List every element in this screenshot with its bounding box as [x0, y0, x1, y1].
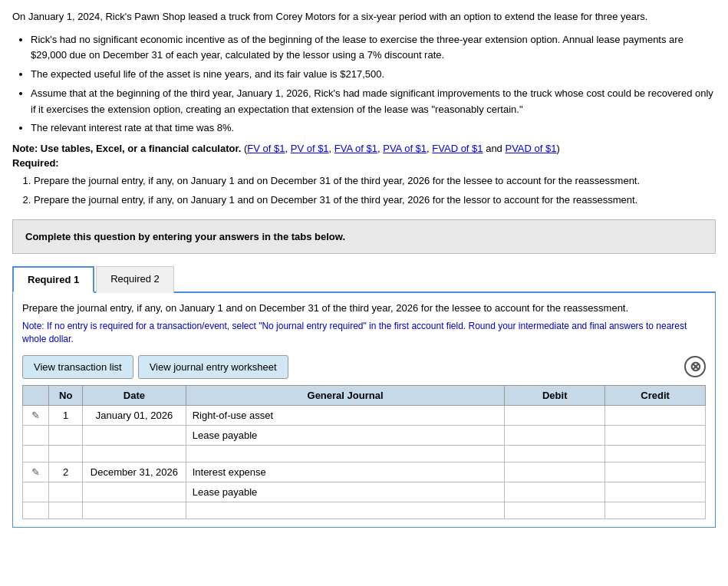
row-desc-1b: Lease payable	[186, 425, 505, 445]
link-fv[interactable]: FV of $1	[247, 143, 285, 154]
note-line: Note: Use tables, Excel, or a financial …	[12, 143, 716, 154]
link-pva[interactable]: PVA of $1	[383, 143, 427, 154]
th-general-journal: General Journal	[186, 385, 505, 405]
required-label: Required:	[12, 157, 716, 169]
tabs-wrapper: Required 1 Required 2 Prepare the journa…	[12, 265, 716, 528]
link-pvad[interactable]: PVAD of $1	[505, 143, 556, 154]
row-date-2b	[83, 482, 186, 502]
row-credit-2b[interactable]	[605, 482, 706, 502]
table-row: ✎ 2 December 31, 2026 Interest expense	[23, 462, 706, 482]
th-no: No	[49, 385, 83, 405]
link-fvad[interactable]: FVAD of $1	[432, 143, 483, 154]
tab-required-2[interactable]: Required 2	[96, 266, 174, 293]
credit-input-1a[interactable]	[621, 410, 690, 421]
link-fva[interactable]: FVA of $1	[334, 143, 377, 154]
row-desc-2a: Interest expense	[186, 462, 505, 482]
row-debit-2a[interactable]	[505, 462, 605, 482]
row-no-2: 2	[49, 462, 83, 482]
intro-paragraph: On January 1, 2024, Rick's Pawn Shop lea…	[12, 9, 716, 25]
row-desc-2b: Lease payable	[186, 482, 505, 502]
spacer-row-2	[23, 502, 706, 519]
row-no-2b	[49, 482, 83, 502]
numbered-item-2: Prepare the journal entry, if any, on Ja…	[34, 193, 716, 209]
close-button[interactable]: ⊗	[684, 356, 706, 377]
row-no-1: 1	[49, 405, 83, 425]
bullet-4: The relevant interest rate at that time …	[31, 120, 716, 137]
debit-input-2b[interactable]	[520, 486, 589, 498]
th-debit: Debit	[505, 385, 605, 405]
bullet-2: The expected useful life of the asset is…	[31, 67, 716, 83]
edit-cell-2b	[23, 482, 49, 502]
pencil-icon: ✎	[31, 410, 40, 421]
credit-input-2b[interactable]	[621, 486, 690, 498]
bullet-3: Assume that at the beginning of the thir…	[31, 86, 716, 118]
row-debit-1b[interactable]	[505, 425, 605, 445]
table-row: Lease payable	[23, 425, 706, 445]
bullet-list: Rick's had no significant economic incen…	[31, 32, 716, 137]
table-row: Lease payable	[23, 482, 706, 502]
edit-cell-empty	[23, 425, 49, 445]
debit-input-2a[interactable]	[520, 466, 589, 478]
buttons-row: View transaction list View journal entry…	[22, 355, 706, 379]
bullet-1: Rick's had no significant economic incen…	[31, 32, 716, 64]
row-credit-1b[interactable]	[605, 425, 706, 445]
spacer-row-1	[23, 445, 706, 462]
note-blue: Note: If no entry is required for a tran…	[22, 320, 706, 346]
debit-input-1b[interactable]	[520, 430, 589, 441]
view-transaction-button[interactable]: View transaction list	[22, 355, 133, 379]
row-no-empty	[49, 425, 83, 445]
complete-box: Complete this question by entering your …	[12, 219, 716, 254]
question-text: Prepare the journal entry, if any, on Ja…	[22, 301, 706, 316]
row-date-1: January 01, 2026	[83, 405, 186, 425]
journal-table: No Date General Journal Debit Credit	[22, 385, 706, 519]
close-icon: ⊗	[690, 358, 701, 375]
th-date: Date	[83, 385, 186, 405]
row-debit-2b[interactable]	[505, 482, 605, 502]
complete-box-text: Complete this question by entering your …	[25, 231, 345, 242]
link-pv[interactable]: PV of $1	[291, 143, 329, 154]
numbered-item-1: Prepare the journal entry, if any, on Ja…	[34, 173, 716, 189]
row-debit-1a[interactable]	[505, 405, 605, 425]
row-date-empty	[83, 425, 186, 445]
row-desc-1a: Right-of-use asset	[186, 405, 505, 425]
credit-input-2a[interactable]	[621, 466, 690, 478]
pencil-icon-2: ✎	[31, 466, 40, 478]
debit-input-1a[interactable]	[520, 410, 589, 421]
view-journal-button[interactable]: View journal entry worksheet	[138, 355, 288, 379]
edit-cell: ✎	[23, 405, 49, 425]
tab-required-1[interactable]: Required 1	[12, 266, 94, 293]
note-bold-text: Note: Use tables, Excel, or a financial …	[12, 143, 241, 154]
edit-cell-2: ✎	[23, 462, 49, 482]
th-credit: Credit	[605, 385, 706, 405]
row-date-2: December 31, 2026	[83, 462, 186, 482]
credit-input-1b[interactable]	[621, 430, 690, 441]
question-box: Prepare the journal entry, if any, on Ja…	[12, 293, 716, 528]
table-row: ✎ 1 January 01, 2026 Right-of-use asset	[23, 405, 706, 425]
main-content: On January 1, 2024, Rick's Pawn Shop lea…	[0, 0, 728, 537]
numbered-list: Prepare the journal entry, if any, on Ja…	[34, 173, 716, 209]
row-credit-2a[interactable]	[605, 462, 706, 482]
row-credit-1a[interactable]	[605, 405, 706, 425]
th-edit	[23, 385, 49, 405]
tabs-row: Required 1 Required 2	[12, 265, 716, 293]
